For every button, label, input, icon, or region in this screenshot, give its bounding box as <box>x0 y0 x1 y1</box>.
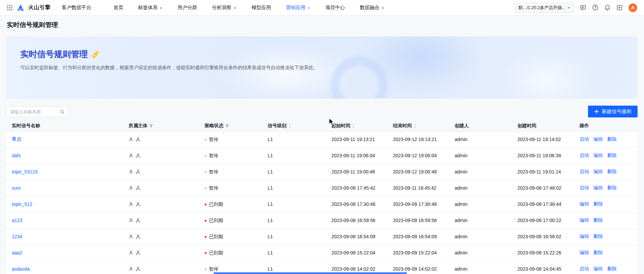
app-launcher-icon[interactable] <box>7 5 13 11</box>
status-dot <box>205 236 207 238</box>
created-time: 2023-09-08 16:56:02 <box>512 228 574 245</box>
signal-name-link[interactable]: asdasda <box>12 266 30 272</box>
edit-action-link[interactable]: 编辑 <box>593 169 603 174</box>
delete-action-link[interactable]: 删除 <box>607 136 617 142</box>
filter-icon[interactable] <box>149 124 153 128</box>
search-input[interactable] <box>10 109 58 114</box>
edit-action-link[interactable]: 编辑 <box>580 217 589 223</box>
person-icon <box>129 186 133 190</box>
signal-level: L1 <box>262 131 326 147</box>
created-time: 2023-09-11 19:01:14 <box>512 164 574 180</box>
notifications-bell-icon[interactable] <box>604 4 611 11</box>
nav-item-label: 项目中心 <box>325 4 345 11</box>
status-label: 已到期 <box>209 218 223 224</box>
brand-divider <box>56 5 56 10</box>
signal-name-link[interactable]: dafx <box>12 153 21 158</box>
column-header[interactable]: 信号级别 <box>262 121 326 131</box>
creator: admin <box>449 245 512 261</box>
edit-action-link[interactable]: 编辑 <box>593 136 603 142</box>
nav-item-1[interactable]: 首页 <box>113 4 123 11</box>
signal-name-link[interactable]: 1234 <box>12 234 22 239</box>
create-button-label: 新建信号规则 <box>602 108 631 115</box>
end-time: 2023-09-09 16:59:56 <box>387 212 449 228</box>
column-header[interactable]: 所属主体 <box>123 121 199 131</box>
start-action-link[interactable]: 启动 <box>580 185 589 190</box>
created-time: 2023-09-11 19:14:02 <box>512 131 574 147</box>
creator: admin <box>449 164 512 180</box>
table-row: 1234人已到期L12023-09-08 16:54:092023-09-09 … <box>6 228 638 245</box>
edit-action-link[interactable]: 编辑 <box>593 266 603 271</box>
sort-icon[interactable] <box>352 124 355 128</box>
delete-action-link[interactable]: 删除 <box>593 234 603 239</box>
status-dot <box>205 252 207 254</box>
delete-action-link[interactable]: 删除 <box>593 217 603 223</box>
end-time: 2023-09-12 19:06:04 <box>387 147 449 164</box>
column-header[interactable]: 起始时间 <box>326 121 387 131</box>
signal-name-link[interactable]: a123 <box>12 218 22 223</box>
sort-icon[interactable] <box>413 124 417 128</box>
table-row: dafx人暂停L12023-09-11 19:06:042023-09-12 1… <box>6 147 638 164</box>
subject-label: 人 <box>136 169 140 175</box>
edit-action-link[interactable]: 编辑 <box>580 250 589 255</box>
edit-action-link[interactable]: 编辑 <box>593 185 603 190</box>
end-time: 2023-09-09 15:22:04 <box>387 245 449 261</box>
table-header-row: 实时信号名称所属主体策略状态信号级别起始时间结束时间创建人创建时间操作 <box>6 121 638 131</box>
status-label: 暂停 <box>209 169 218 175</box>
delete-action-link[interactable]: 删除 <box>593 201 603 207</box>
banner-title: 实时信号规则管理 <box>20 49 99 60</box>
start-time: 2023-09-08 15:22:04 <box>326 245 387 261</box>
edit-action-link[interactable]: 编辑 <box>580 234 589 239</box>
nav-item-4[interactable]: 分析洞察 <box>212 4 237 11</box>
sort-icon[interactable] <box>288 124 291 128</box>
status-label: 已到期 <box>209 234 223 240</box>
column-header[interactable]: 结束时间 <box>387 121 449 131</box>
delete-action-link[interactable]: 删除 <box>607 169 617 174</box>
help-icon[interactable] <box>592 4 598 11</box>
status-dot <box>205 171 207 173</box>
start-action-link[interactable]: 启动 <box>580 136 589 142</box>
edit-action-link[interactable]: 编辑 <box>593 153 603 158</box>
main-menu: 首页标签体系用户分群分析洞察模型应用营销应用项目中心数据融合 <box>113 4 384 11</box>
nav-item-8[interactable]: 数据融合 <box>360 4 384 11</box>
signal-name-link[interactable]: xuni <box>12 185 21 191</box>
start-time: 2023-09-08 16:59:56 <box>326 212 387 228</box>
filter-icon[interactable] <box>225 124 229 128</box>
subject-label: 人 <box>136 136 140 142</box>
signal-name-link[interactable]: 重启 <box>12 136 21 142</box>
nav-item-3[interactable]: 用户分群 <box>178 4 197 11</box>
delete-action-link[interactable]: 删除 <box>607 185 617 190</box>
delete-action-link[interactable]: 删除 <box>593 250 603 255</box>
delete-action-link[interactable]: 删除 <box>607 266 617 271</box>
edit-action-link[interactable]: 编辑 <box>580 201 589 207</box>
status-label: 暂停 <box>209 137 218 143</box>
start-action-link[interactable]: 启动 <box>580 266 589 271</box>
status-label: 暂停 <box>209 266 218 272</box>
signal-level: L1 <box>262 245 326 261</box>
console-grid-icon[interactable] <box>616 4 623 11</box>
nav-item-5[interactable]: 模型应用 <box>251 4 271 11</box>
nav-item-2[interactable]: 标签体系 <box>138 4 163 11</box>
delete-action-link[interactable]: 删除 <box>607 153 617 158</box>
create-signal-rule-button[interactable]: 新建信号规则 <box>588 106 638 117</box>
chevron-down-icon <box>307 6 311 10</box>
nav-item-6[interactable]: 营销应用 <box>286 4 311 11</box>
creator: admin <box>449 228 512 245</box>
subject-label: 人 <box>136 153 140 159</box>
search-icon[interactable] <box>60 109 65 114</box>
workspace-selector[interactable]: 默.../1.20.2多产品升级.. <box>515 3 574 13</box>
signal-name-link[interactable]: topic_53123 <box>12 169 37 174</box>
signal-name-link[interactable]: aaa2 <box>12 250 22 255</box>
user-avatar[interactable]: A <box>628 3 637 12</box>
nav-item-label: 模型应用 <box>251 4 271 11</box>
signal-name-link[interactable]: topic_512 <box>12 201 32 207</box>
feedback-icon[interactable] <box>580 4 586 11</box>
person-icon <box>129 267 133 271</box>
product-name: 客户数据平台 <box>62 4 91 11</box>
nav-item-7[interactable]: 项目中心 <box>325 4 345 11</box>
search-box[interactable] <box>6 106 69 117</box>
created-time: 2023-09-08 17:38:44 <box>512 196 574 212</box>
start-action-link[interactable]: 启动 <box>580 153 589 158</box>
chevron-down-icon <box>381 6 384 10</box>
column-header[interactable]: 策略状态 <box>199 121 262 131</box>
start-action-link[interactable]: 启动 <box>580 169 589 174</box>
